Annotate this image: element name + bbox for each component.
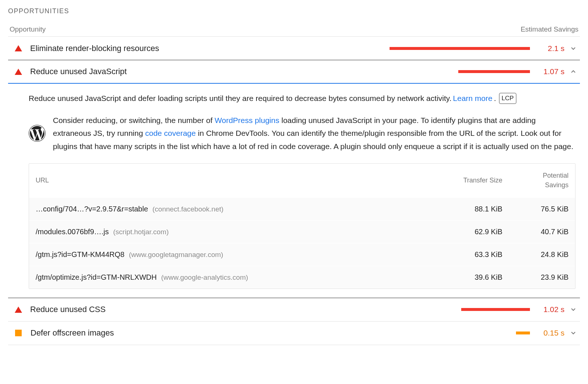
wp-text-1: Consider reducing, or switching, the num… — [53, 116, 215, 124]
th-transfer: Transfer Size — [436, 176, 502, 185]
column-headers: Opportunity Estimated Savings — [8, 25, 580, 37]
savings-value: 1.07 s — [538, 67, 564, 76]
col-savings: Estimated Savings — [521, 25, 578, 33]
wordpress-text: Consider reducing, or switching, the num… — [53, 114, 576, 153]
th-url: URL — [36, 177, 436, 184]
table-row: …config/704…?v=2.9.57&r=stable(connect.f… — [29, 198, 575, 220]
savings-bar — [390, 70, 530, 73]
transfer-size: 62.9 KiB — [436, 228, 502, 236]
opportunity-row[interactable]: Defer offscreen images 0.15 s — [8, 322, 580, 345]
code-coverage-link[interactable]: code coverage — [145, 129, 196, 137]
chevron-down-icon[interactable] — [570, 306, 577, 313]
desc-suffix: . — [494, 93, 496, 104]
transfer-size: 63.3 KiB — [436, 250, 502, 259]
col-opportunity: Opportunity — [10, 25, 46, 33]
transfer-size: 39.6 KiB — [436, 273, 502, 282]
wordpress-plugins-link[interactable]: WordPress plugins — [215, 116, 279, 124]
th-savings: PotentialSavings — [502, 171, 569, 189]
table-row: /gtm.js?id=GTM-KM44RQ8(www.googletagmana… — [29, 243, 575, 266]
opportunity-label: Eliminate render-blocking resources — [30, 44, 390, 53]
potential-savings: 23.9 KiB — [502, 273, 569, 282]
opportunity-label: Defer offscreen images — [31, 328, 390, 338]
opportunity-row[interactable]: Reduce unused JavaScript 1.07 s — [8, 60, 580, 84]
url-table: URL Transfer Size PotentialSavings …conf… — [29, 163, 576, 289]
opportunity-label: Reduce unused JavaScript — [30, 67, 390, 76]
opportunity-label: Reduce unused CSS — [30, 305, 390, 314]
potential-savings: 24.8 KiB — [502, 250, 569, 259]
url-path: /gtm.js?id=GTM-KM44RQ8 — [36, 250, 125, 258]
table-row: /modules.0076bf9….js(script.hotjar.com) … — [29, 220, 575, 243]
savings-value: 2.1 s — [538, 44, 564, 53]
chevron-down-icon[interactable] — [570, 329, 577, 337]
url-path: /modules.0076bf9….js — [36, 228, 109, 236]
savings-bar — [390, 47, 530, 50]
wordpress-hint: Consider reducing, or switching, the num… — [29, 114, 576, 153]
wordpress-icon — [29, 125, 46, 142]
url-host: (www.googletagmanager.com) — [129, 251, 223, 258]
lcp-badge: LCP — [499, 93, 516, 104]
potential-savings: 40.7 KiB — [502, 228, 569, 236]
warning-square-icon — [15, 330, 22, 336]
table-header: URL Transfer Size PotentialSavings — [29, 164, 575, 198]
table-row: /gtm/optimize.js?id=GTM-NRLXWDH(www.goog… — [29, 266, 575, 289]
warning-triangle-icon — [15, 307, 22, 313]
url-path: /gtm/optimize.js?id=GTM-NRLXWDH — [36, 273, 157, 281]
detail-description: Reduce unused JavaScript and defer loadi… — [29, 93, 576, 104]
warning-triangle-icon — [15, 45, 22, 51]
chevron-down-icon[interactable] — [570, 45, 577, 52]
transfer-size: 88.1 KiB — [436, 205, 502, 213]
savings-bar — [390, 308, 530, 311]
savings-bar — [390, 332, 530, 334]
chevron-up-icon[interactable] — [570, 68, 577, 75]
warning-triangle-icon — [15, 69, 22, 75]
url-path: …config/704…?v=2.9.57&r=stable — [36, 205, 148, 213]
potential-savings: 76.5 KiB — [502, 205, 569, 213]
desc-text: Reduce unused JavaScript and defer loadi… — [29, 93, 452, 104]
opportunity-details: Reduce unused JavaScript and defer loadi… — [8, 84, 580, 298]
savings-value: 0.15 s — [538, 329, 564, 337]
url-host: (connect.facebook.net) — [153, 205, 223, 213]
section-title: OPPORTUNITIES — [8, 7, 580, 15]
url-host: (script.hotjar.com) — [113, 228, 169, 236]
opportunity-row[interactable]: Eliminate render-blocking resources 2.1 … — [8, 37, 580, 60]
url-host: (www.google-analytics.com) — [161, 273, 248, 281]
learn-more-link[interactable]: Learn more — [453, 93, 492, 104]
savings-value: 1.02 s — [538, 305, 564, 314]
opportunity-row[interactable]: Reduce unused CSS 1.02 s — [8, 298, 580, 322]
